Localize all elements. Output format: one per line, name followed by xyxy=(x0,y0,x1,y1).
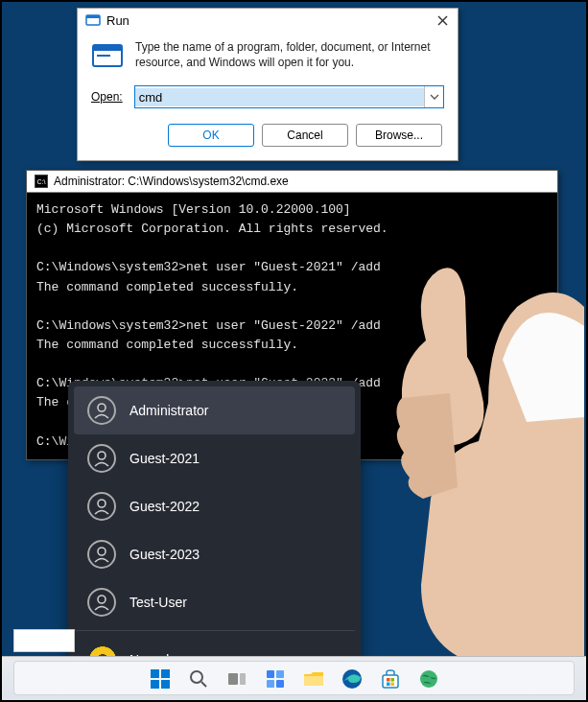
user-switch-item[interactable]: Guest-2022 xyxy=(74,482,355,530)
svg-line-17 xyxy=(201,682,206,687)
svg-point-8 xyxy=(98,452,106,459)
user-label: Guest-2021 xyxy=(129,451,200,466)
cancel-button[interactable]: Cancel xyxy=(262,124,348,147)
svg-rect-12 xyxy=(151,669,159,678)
svg-rect-1 xyxy=(86,15,100,18)
separator xyxy=(74,630,355,631)
svg-rect-28 xyxy=(390,678,394,682)
svg-rect-15 xyxy=(161,680,170,689)
cmd-titlebar: C:\ Administrator: C:\Windows\system32\c… xyxy=(27,171,557,193)
ok-button[interactable]: OK xyxy=(168,124,254,147)
run-title: Run xyxy=(106,13,129,28)
folder-icon xyxy=(302,668,325,690)
user-avatar-icon xyxy=(87,396,116,425)
user-label: Guest-2023 xyxy=(129,547,200,562)
svg-rect-14 xyxy=(151,680,159,689)
svg-point-11 xyxy=(98,596,106,603)
svg-point-7 xyxy=(98,404,106,411)
svg-rect-26 xyxy=(383,675,398,688)
chevron-down-icon xyxy=(430,94,439,100)
close-button[interactable] xyxy=(435,12,450,28)
edge-button[interactable] xyxy=(340,667,365,691)
svg-point-10 xyxy=(98,548,106,555)
search-button[interactable] xyxy=(186,667,211,691)
run-small-icon xyxy=(85,12,101,28)
search-icon xyxy=(188,668,209,690)
open-input[interactable] xyxy=(135,88,424,106)
user-switch-item[interactable]: Test-User xyxy=(74,578,355,626)
svg-point-16 xyxy=(191,671,202,683)
run-titlebar: Run xyxy=(78,9,458,32)
user-avatar-icon xyxy=(87,588,116,617)
svg-rect-21 xyxy=(276,670,284,678)
combobox-dropdown-button[interactable] xyxy=(424,86,443,107)
svg-rect-29 xyxy=(387,682,390,686)
taskbar xyxy=(2,656,586,700)
user-switch-item[interactable]: Guest-2021 xyxy=(74,434,355,482)
user-avatar-icon xyxy=(87,540,116,569)
run-description: Type the name of a program, folder, docu… xyxy=(135,39,444,70)
svg-rect-19 xyxy=(240,673,246,685)
svg-rect-5 xyxy=(93,45,122,51)
svg-rect-23 xyxy=(276,680,284,688)
browse-button[interactable]: Browse... xyxy=(356,124,442,147)
open-label: Open: xyxy=(91,90,123,104)
user-label: Guest-2022 xyxy=(129,499,200,514)
svg-rect-22 xyxy=(267,680,274,688)
svg-rect-13 xyxy=(161,669,170,678)
user-switch-item[interactable]: Administrator xyxy=(74,386,355,434)
start-user-panel: AdministratorGuest-2021Guest-2022Guest-2… xyxy=(68,381,361,690)
run-dialog: Run Type the name of a program, folder, … xyxy=(77,8,459,161)
user-label: Administrator xyxy=(129,403,208,418)
run-icon xyxy=(91,39,124,72)
svg-rect-20 xyxy=(267,670,274,678)
user-switch-item[interactable]: Guest-2023 xyxy=(74,530,355,578)
close-icon xyxy=(437,15,448,26)
open-combobox[interactable] xyxy=(134,85,444,108)
taskview-button[interactable] xyxy=(224,667,249,691)
svg-rect-6 xyxy=(97,55,110,57)
user-avatar-icon xyxy=(87,444,116,473)
user-avatar-icon xyxy=(87,492,116,521)
svg-rect-24 xyxy=(304,676,323,686)
store-icon xyxy=(380,668,401,690)
cmd-icon: C:\ xyxy=(35,175,48,188)
svg-point-9 xyxy=(98,500,106,507)
windows-logo-icon xyxy=(150,668,171,690)
globe-icon xyxy=(418,668,439,690)
cmd-title: Administrator: C:\Windows\system32\cmd.e… xyxy=(54,175,289,188)
svg-rect-27 xyxy=(387,678,390,682)
svg-rect-30 xyxy=(390,682,394,686)
edge-icon xyxy=(341,668,363,690)
background-window-fragment xyxy=(13,629,75,652)
store-button[interactable] xyxy=(378,667,403,691)
widgets-icon xyxy=(265,668,286,690)
svg-rect-18 xyxy=(228,673,238,685)
settings-button[interactable] xyxy=(416,667,441,691)
taskview-icon xyxy=(226,668,247,690)
explorer-button[interactable] xyxy=(301,667,326,691)
widgets-button[interactable] xyxy=(263,667,288,691)
user-label: Test-User xyxy=(129,595,187,610)
start-button[interactable] xyxy=(148,667,173,691)
